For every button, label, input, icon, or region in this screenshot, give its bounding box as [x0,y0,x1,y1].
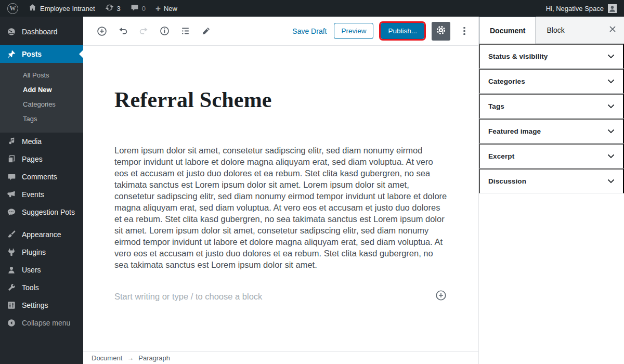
block-inserter-button[interactable] [92,21,112,42]
sidebar-item-label: Comments [22,173,57,181]
block-navigation-button[interactable] [175,21,196,42]
active-item-arrow [79,50,83,58]
dashboard-gauge-icon [6,27,17,37]
post-title-field[interactable]: Referral Scheme [114,87,447,112]
collapse-arrow-icon [6,318,17,328]
new-content-menu[interactable]: + New [155,4,177,13]
wrench-icon [6,282,17,293]
tab-block[interactable]: Block [536,17,575,43]
breadcrumb-arrow: → [127,354,134,362]
submenu-item-categories[interactable]: Categories [0,97,83,112]
chevron-down-icon [607,77,615,85]
tab-document[interactable]: Document [479,17,536,44]
sidebar-item-posts[interactable]: Posts [0,45,83,63]
ellipsis-icon [463,27,465,29]
sidebar-item-pages[interactable]: Pages [0,150,83,168]
plus-icon: + [155,4,161,13]
pushpin-icon [6,49,17,59]
edit-pencil-button[interactable] [196,21,216,42]
sidebar-item-label: Users [22,266,41,274]
collapse-menu-button[interactable]: Collapse menu [0,314,83,332]
sidebar-item-label: Media [22,137,42,146]
sidebar-item-users[interactable]: Users [0,261,83,279]
sidebar-item-label: Tools [22,283,39,292]
new-block-appender[interactable]: Start writing or type / to choose a bloc… [114,289,447,304]
editor-toolbar: Save Draft Preview Publish... [83,17,478,46]
wordpress-logo-icon: W [7,3,18,14]
sliders-icon [6,300,17,310]
media-note-icon [6,136,17,147]
redo-button[interactable] [133,21,154,42]
sidebar-item-dashboard[interactable]: Dashboard [0,23,83,41]
breadcrumb-paragraph[interactable]: Paragraph [138,354,170,362]
wordpress-menu[interactable]: W [7,3,18,14]
sidebar-item-appearance[interactable]: Appearance [0,226,83,243]
sidebar-item-label: Pages [22,155,43,163]
chevron-down-icon [607,177,615,185]
updates-link[interactable]: 3 [105,3,121,14]
site-name: Employee Intranet [40,5,95,12]
submenu-item-add-new[interactable]: Add New [0,83,83,97]
inserter-plus-icon[interactable] [435,289,447,304]
sidebar-item-label: Events [22,190,44,199]
chevron-down-icon [607,102,615,110]
paragraph-block[interactable]: Lorem ipsum dolor sit amet, consetetur s… [114,145,447,270]
updates-icon [105,3,114,14]
close-panel-button[interactable] [601,17,624,43]
posts-submenu: All Posts Add New Categories Tags [0,63,83,133]
sidebar-item-label: Posts [22,50,42,58]
gear-icon [436,25,446,37]
settings-panel: Document Block Status & visibility Categ… [478,17,624,364]
editor-area: Save Draft Preview Publish... Referral S… [83,17,478,364]
user-greeting[interactable]: Hi, Negative Space [546,5,604,12]
section-tags[interactable]: Tags [479,94,624,119]
undo-button[interactable] [112,21,133,42]
save-draft-button[interactable]: Save Draft [292,27,327,35]
megaphone-icon [6,189,17,200]
sidebar-item-label: Plugins [22,248,46,256]
comment-bubble-icon [131,4,139,14]
menu-separator [0,221,83,226]
sidebar-item-comments[interactable]: Comments [0,168,83,186]
avatar[interactable] [608,4,617,13]
wordpress-editor-app: W Employee Intranet 3 0 + New Hi, Negati… [0,0,624,364]
updates-count: 3 [117,5,121,12]
block-placeholder[interactable]: Start writing or type / to choose a bloc… [114,292,262,302]
user-icon [6,265,17,275]
submenu-item-all-posts[interactable]: All Posts [0,68,83,83]
sidebar-item-events[interactable]: Events [0,186,83,203]
submenu-item-tags[interactable]: Tags [0,112,83,126]
section-featured-image[interactable]: Featured image [479,119,624,144]
comment-bubble-icon [6,172,17,182]
comments-link[interactable]: 0 [131,4,146,14]
admin-sidebar: Dashboard Posts All Posts Add New Catego… [0,17,83,364]
breadcrumb-document[interactable]: Document [92,354,122,362]
editor-canvas[interactable]: Referral Scheme Lorem ipsum dolor sit am… [83,46,478,351]
content-structure-button[interactable] [154,21,175,42]
paintbrush-icon [6,229,17,240]
site-link[interactable]: Employee Intranet [28,3,95,14]
more-options-button[interactable] [458,22,471,41]
section-categories[interactable]: Categories [479,69,624,94]
sidebar-item-tools[interactable]: Tools [0,279,83,296]
settings-toggle-button[interactable] [432,22,450,41]
sidebar-item-label: Appearance [22,230,61,239]
home-icon [28,3,37,14]
chevron-down-icon [607,152,615,160]
preview-button[interactable]: Preview [334,23,373,39]
menu-separator [0,41,83,45]
chat-dots-icon [6,207,17,217]
new-label: New [164,5,177,12]
sidebar-item-media[interactable]: Media [0,133,83,150]
sidebar-item-plugins[interactable]: Plugins [0,243,83,261]
close-icon [609,25,616,34]
section-excerpt[interactable]: Excerpt [479,144,624,168]
sidebar-item-settings[interactable]: Settings [0,296,83,314]
comments-count: 0 [142,5,146,12]
sidebar-item-label: Dashboard [22,28,58,36]
section-status-visibility[interactable]: Status & visibility [479,44,624,69]
sidebar-item-suggestion-pots[interactable]: Suggestion Pots [0,203,83,221]
plug-icon [6,247,17,257]
section-discussion[interactable]: Discussion [479,168,624,193]
publish-button[interactable]: Publish... [381,23,424,39]
